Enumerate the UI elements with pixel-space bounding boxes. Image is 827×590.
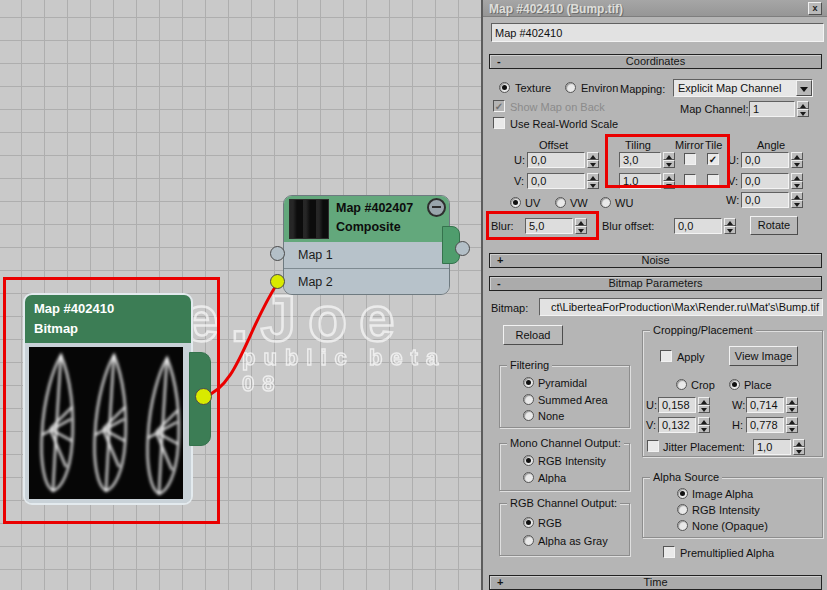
crop-v-label: V: [646, 419, 656, 431]
vw-radio[interactable] [555, 197, 566, 208]
use-real-world-scale-checkbox[interactable] [493, 117, 505, 129]
panel-title: Map #402410 (Bump.tif) [489, 2, 623, 16]
crop-h-label: H: [732, 419, 743, 431]
node-subtitle: Composite [336, 218, 413, 237]
mapping-dropdown[interactable]: Explicit Map Channel [673, 79, 813, 97]
rollout-label: Bitmap Parameters [608, 277, 702, 289]
group-title: Alpha Source [650, 471, 722, 483]
crop-h-spinner[interactable] [786, 417, 798, 433]
environ-radio[interactable] [565, 82, 576, 93]
rgb-intensity-alpha-radio[interactable] [677, 504, 688, 515]
wu-radio[interactable] [600, 197, 611, 208]
cropping-placement-group: Cropping/Placement Apply View Image Crop… [642, 330, 823, 457]
offset-u-value: 0,0 [528, 154, 584, 166]
input-socket-map2[interactable] [270, 274, 285, 289]
bitmap-path-button[interactable]: ct\LiberteaForProduction\Max\Render.ru\M… [539, 298, 823, 316]
panel-title-bar[interactable]: Map #402410 (Bump.tif) [483, 0, 827, 17]
view-image-button[interactable]: View Image [729, 346, 798, 366]
jitter-spinner[interactable] [793, 439, 805, 455]
uv-radio[interactable] [510, 197, 521, 208]
show-map-on-back-checkbox[interactable] [493, 100, 505, 112]
dropdown-arrow-icon[interactable] [796, 80, 812, 96]
group-title: Cropping/Placement [650, 324, 756, 336]
place-radio[interactable] [729, 379, 740, 390]
place-label: Place [744, 379, 772, 391]
offset-u-input[interactable]: 0,0 [527, 152, 585, 168]
crop-h-input[interactable]: 0,778 [746, 417, 784, 433]
jitter-placement-label: Jitter Placement: [663, 441, 745, 453]
jitter-placement-checkbox[interactable] [647, 440, 659, 452]
crop-u-input[interactable]: 0,158 [658, 397, 696, 413]
offset-v-spinner[interactable] [587, 173, 599, 189]
reload-button[interactable]: Reload [503, 325, 563, 345]
rollout-label: Time [643, 576, 667, 588]
uv-label: UV [525, 197, 540, 209]
pyramidal-radio[interactable] [523, 377, 534, 388]
offset-v-input[interactable]: 0,0 [527, 173, 585, 189]
angle-u-spinner[interactable] [791, 152, 803, 168]
slot-map2[interactable]: Map 2 [284, 268, 449, 294]
collapse-icon: - [497, 277, 501, 290]
rollout-bitmap-parameters[interactable]: - Bitmap Parameters [489, 276, 822, 291]
angle-header: Angle [757, 139, 785, 151]
rollout-coordinates[interactable]: - Coordinates [489, 54, 822, 69]
collapse-node-button[interactable] [427, 198, 446, 217]
rollout-noise[interactable]: + Noise [489, 253, 822, 268]
group-title: Filtering [507, 359, 552, 371]
jitter-input[interactable]: 1,0 [753, 439, 791, 455]
u-label: U: [514, 154, 525, 166]
rgb-intensity-radio[interactable] [523, 455, 534, 466]
output-socket-bitmap[interactable] [195, 388, 212, 405]
crop-v-input[interactable]: 0,132 [658, 417, 696, 433]
map-channel-spinner[interactable] [797, 101, 809, 117]
image-alpha-radio[interactable] [677, 488, 688, 499]
angle-w-input[interactable]: 0,0 [741, 192, 789, 208]
crop-w-spinner[interactable] [786, 397, 798, 413]
alpha-radio[interactable] [523, 472, 534, 483]
crop-v-spinner[interactable] [698, 417, 710, 433]
node-composite[interactable]: Map #402407 Composite Map 1 Map 2 [283, 195, 450, 295]
angle-v-input[interactable]: 0,0 [741, 173, 789, 189]
rollout-label: Coordinates [626, 55, 685, 67]
angle-w-spinner[interactable] [791, 192, 803, 208]
alpha-as-gray-radio[interactable] [523, 535, 534, 546]
input-socket-map1[interactable] [270, 246, 285, 261]
crop-radio[interactable] [676, 379, 687, 390]
apply-checkbox[interactable] [660, 350, 672, 362]
crop-u-value: 0,158 [659, 399, 695, 411]
none-opaque-radio[interactable] [677, 520, 688, 531]
crop-u-spinner[interactable] [698, 397, 710, 413]
node-editor-canvas[interactable]: e.Joe public beta 08 Map #402407 Composi… [0, 0, 481, 590]
alpha-as-gray-label: Alpha as Gray [538, 535, 608, 547]
angle-v-spinner[interactable] [791, 173, 803, 189]
rgb-intensity-label: RGB Intensity [538, 455, 606, 467]
filtering-group: Filtering Pyramidal Summed Area None [499, 365, 630, 428]
angle-v-value: 0,0 [742, 175, 788, 187]
crop-w-input[interactable]: 0,714 [746, 397, 784, 413]
close-icon[interactable]: x [808, 2, 822, 15]
premultiplied-alpha-checkbox[interactable] [663, 546, 675, 558]
mapping-value: Explicit Map Channel [674, 80, 796, 96]
node-bitmap[interactable]: Map #402410 Bitmap [23, 293, 193, 505]
offset-u-spinner[interactable] [587, 152, 599, 168]
summed-area-label: Summed Area [538, 394, 608, 406]
node-header[interactable]: Map #402410 Bitmap [25, 295, 191, 343]
node-header[interactable]: Map #402407 Composite [284, 196, 449, 242]
output-socket-composite[interactable] [455, 241, 470, 256]
offset-v-value: 0,0 [528, 175, 584, 187]
angle-u-input[interactable]: 0,0 [741, 152, 789, 168]
crop-u-label: U: [646, 399, 657, 411]
blur-offset-spinner[interactable] [724, 218, 736, 234]
map-name-input[interactable]: Map #402410 [491, 23, 824, 42]
none-filter-radio[interactable] [523, 410, 534, 421]
slot-map1[interactable]: Map 1 [284, 242, 449, 268]
node-title: Map #402410 [34, 299, 182, 319]
summed-area-radio[interactable] [523, 394, 534, 405]
collapse-icon: - [497, 55, 501, 68]
blur-offset-input[interactable]: 0,0 [674, 218, 722, 234]
texture-radio[interactable] [499, 82, 510, 93]
map-channel-input[interactable]: 1 [749, 101, 795, 117]
rgb-radio[interactable] [523, 517, 534, 528]
rotate-button[interactable]: Rotate [750, 216, 798, 235]
rollout-time[interactable]: + Time [489, 575, 822, 590]
